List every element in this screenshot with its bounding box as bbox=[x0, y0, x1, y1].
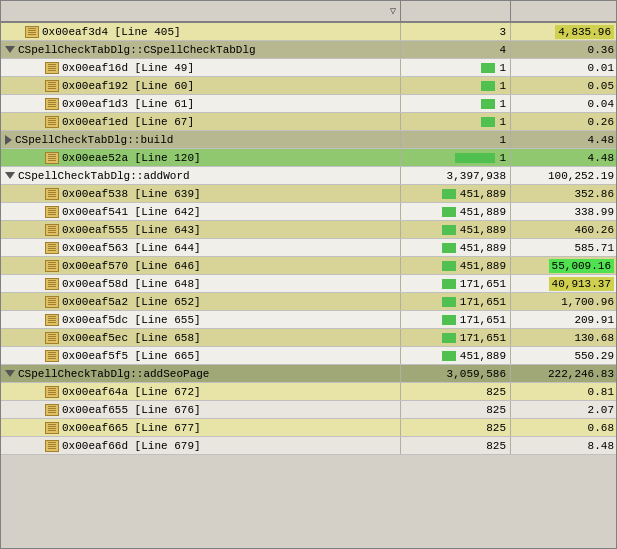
total-cell: 8.48 bbox=[511, 437, 616, 454]
file-icon bbox=[45, 314, 59, 326]
table-row[interactable]: 0x00eaf665 [Line 677]8250.68 bbox=[1, 419, 616, 437]
table-row[interactable]: 0x00eaf58d [Line 648]171,65140,913.37 bbox=[1, 275, 616, 293]
row-label: 0x00eaf665 [Line 677] bbox=[62, 422, 201, 434]
file-icon bbox=[45, 278, 59, 290]
total-cell: 100,252.19 bbox=[511, 167, 616, 184]
table-row[interactable]: 0x00eaf192 [Line 60]10.05 bbox=[1, 77, 616, 95]
file-cell[interactable]: CSpellCheckTabDlg::addWord bbox=[1, 167, 401, 184]
row-label: CSpellCheckTabDlg::CSpellCheckTabDlg bbox=[18, 44, 256, 56]
file-cell[interactable]: CSpellCheckTabDlg::build bbox=[1, 131, 401, 148]
visit-count-cell: 171,651 bbox=[401, 293, 511, 310]
total-value: 8.48 bbox=[588, 440, 614, 452]
table-row[interactable]: 0x00eaf1ed [Line 67]10.26 bbox=[1, 113, 616, 131]
collapse-icon[interactable] bbox=[5, 172, 15, 179]
file-cell[interactable]: 0x00eaf5a2 [Line 652] bbox=[1, 293, 401, 310]
visit-count-column-header[interactable] bbox=[401, 1, 511, 21]
file-cell[interactable]: 0x00eaf66d [Line 679] bbox=[1, 437, 401, 454]
visit-bar bbox=[442, 207, 456, 217]
table-row[interactable]: 0x00eaf3d4 [Line 405]34,835.96 bbox=[1, 23, 616, 41]
file-cell[interactable]: 0x00eaf655 [Line 676] bbox=[1, 401, 401, 418]
file-cell[interactable]: 0x00eaf3d4 [Line 405] bbox=[1, 23, 401, 40]
rows-container[interactable]: 0x00eaf3d4 [Line 405]34,835.96CSpellChec… bbox=[1, 23, 616, 549]
visit-count-cell: 171,651 bbox=[401, 329, 511, 346]
visit-count-cell: 1 bbox=[401, 131, 511, 148]
file-cell[interactable]: CSpellCheckTabDlg::CSpellCheckTabDlg bbox=[1, 41, 401, 58]
table-row[interactable]: CSpellCheckTabDlg::addWord3,397,938100,2… bbox=[1, 167, 616, 185]
file-cell[interactable]: 0x00eaf665 [Line 677] bbox=[1, 419, 401, 436]
visit-count-cell: 451,889 bbox=[401, 203, 511, 220]
file-cell[interactable]: 0x00eaf5f5 [Line 665] bbox=[1, 347, 401, 364]
file-cell[interactable]: 0x00eaf1d3 [Line 61] bbox=[1, 95, 401, 112]
visit-count-value: 1 bbox=[499, 134, 506, 146]
visit-count-cell: 451,889 bbox=[401, 257, 511, 274]
file-cell[interactable]: 0x00eaf563 [Line 644] bbox=[1, 239, 401, 256]
visit-bar bbox=[481, 117, 495, 127]
expand-icon[interactable] bbox=[5, 135, 12, 145]
visit-count-value: 825 bbox=[486, 386, 506, 398]
table-row[interactable]: 0x00eaf5dc [Line 655]171,651209.91 bbox=[1, 311, 616, 329]
file-cell[interactable]: 0x00eaf192 [Line 60] bbox=[1, 77, 401, 94]
file-cell[interactable]: 0x00eaf5ec [Line 658] bbox=[1, 329, 401, 346]
visit-bar bbox=[455, 153, 495, 163]
row-label: 0x00eaf5a2 [Line 652] bbox=[62, 296, 201, 308]
file-cell[interactable]: 0x00eaf555 [Line 643] bbox=[1, 221, 401, 238]
table-row[interactable]: 0x00eaf64a [Line 672]8250.81 bbox=[1, 383, 616, 401]
sort-arrow-icon[interactable]: ▽ bbox=[390, 5, 396, 17]
table-row[interactable]: 0x00eaf5a2 [Line 652]171,6511,700.96 bbox=[1, 293, 616, 311]
table-row[interactable]: 0x00eaf538 [Line 639]451,889352.86 bbox=[1, 185, 616, 203]
file-cell[interactable]: 0x00eaf538 [Line 639] bbox=[1, 185, 401, 202]
file-icon bbox=[45, 98, 59, 110]
table-row[interactable]: 0x00eaf66d [Line 679]8258.48 bbox=[1, 437, 616, 455]
table-row[interactable]: 0x00eaf570 [Line 646]451,88955,009.16 bbox=[1, 257, 616, 275]
visit-count-cell: 825 bbox=[401, 383, 511, 400]
table-row[interactable]: CSpellCheckTabDlg::build14.48 bbox=[1, 131, 616, 149]
total-value: 352.86 bbox=[574, 188, 614, 200]
collapse-icon[interactable] bbox=[5, 46, 15, 53]
file-cell[interactable]: 0x00eaf1ed [Line 67] bbox=[1, 113, 401, 130]
table-row[interactable]: CSpellCheckTabDlg::CSpellCheckTabDlg40.3… bbox=[1, 41, 616, 59]
row-label: CSpellCheckTabDlg::addSeoPage bbox=[18, 368, 209, 380]
file-icon bbox=[45, 188, 59, 200]
file-cell[interactable]: 0x00eaf64a [Line 672] bbox=[1, 383, 401, 400]
file-cell[interactable]: 0x00eaf541 [Line 642] bbox=[1, 203, 401, 220]
table-row[interactable]: 0x00eaf555 [Line 643]451,889460.26 bbox=[1, 221, 616, 239]
visit-bar bbox=[442, 261, 456, 271]
total-cell: 338.99 bbox=[511, 203, 616, 220]
file-cell[interactable]: 0x00eaf16d [Line 49] bbox=[1, 59, 401, 76]
row-label: 0x00eaf1d3 [Line 61] bbox=[62, 98, 194, 110]
visit-count-value: 451,889 bbox=[460, 224, 506, 236]
file-cell[interactable]: CSpellCheckTabDlg::addSeoPage bbox=[1, 365, 401, 382]
table-row[interactable]: 0x00eaf563 [Line 644]451,889585.71 bbox=[1, 239, 616, 257]
row-label: 0x00eaf64a [Line 672] bbox=[62, 386, 201, 398]
visit-count-cell: 451,889 bbox=[401, 185, 511, 202]
total-value: 585.71 bbox=[574, 242, 614, 254]
total-value: 4.48 bbox=[588, 134, 614, 146]
visit-count-value: 3,059,586 bbox=[447, 368, 506, 380]
file-cell[interactable]: 0x00eaf570 [Line 646] bbox=[1, 257, 401, 274]
total-column-header[interactable] bbox=[511, 1, 617, 21]
visit-count-value: 451,889 bbox=[460, 242, 506, 254]
collapse-icon[interactable] bbox=[5, 370, 15, 377]
table-row[interactable]: 0x00eae52a [Line 120]14.48 bbox=[1, 149, 616, 167]
table-row[interactable]: 0x00eaf16d [Line 49]10.01 bbox=[1, 59, 616, 77]
row-label: CSpellCheckTabDlg::addWord bbox=[18, 170, 190, 182]
table-row[interactable]: 0x00eaf541 [Line 642]451,889338.99 bbox=[1, 203, 616, 221]
total-value: 0.04 bbox=[588, 98, 614, 110]
file-icon bbox=[45, 332, 59, 344]
table-row[interactable]: 0x00eaf5ec [Line 658]171,651130.68 bbox=[1, 329, 616, 347]
visit-count-cell: 1 bbox=[401, 149, 511, 166]
file-cell[interactable]: 0x00eaf58d [Line 648] bbox=[1, 275, 401, 292]
table-header: ▽ bbox=[1, 1, 616, 23]
visit-bar bbox=[442, 225, 456, 235]
total-cell: 0.01 bbox=[511, 59, 616, 76]
total-cell: 2.07 bbox=[511, 401, 616, 418]
table-row[interactable]: 0x00eaf1d3 [Line 61]10.04 bbox=[1, 95, 616, 113]
file-column-header[interactable]: ▽ bbox=[1, 1, 401, 21]
file-cell[interactable]: 0x00eaf5dc [Line 655] bbox=[1, 311, 401, 328]
visit-count-value: 825 bbox=[486, 422, 506, 434]
table-row[interactable]: 0x00eaf655 [Line 676]8252.07 bbox=[1, 401, 616, 419]
visit-count-value: 1 bbox=[499, 62, 506, 74]
table-row[interactable]: CSpellCheckTabDlg::addSeoPage3,059,58622… bbox=[1, 365, 616, 383]
file-cell[interactable]: 0x00eae52a [Line 120] bbox=[1, 149, 401, 166]
table-row[interactable]: 0x00eaf5f5 [Line 665]451,889550.29 bbox=[1, 347, 616, 365]
